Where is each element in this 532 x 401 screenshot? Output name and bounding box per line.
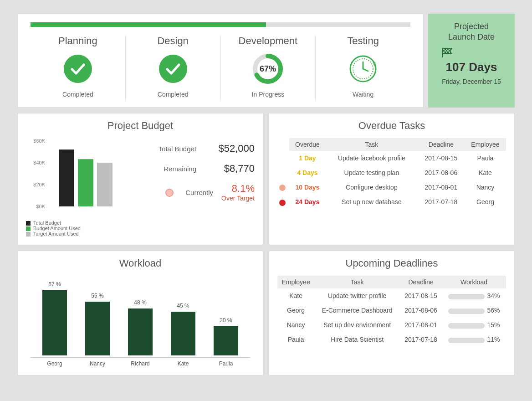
- total-budget-value: $52,000: [205, 143, 255, 154]
- employee: Nancy: [465, 180, 506, 195]
- budget-title: Project Budget: [26, 120, 255, 132]
- phase-status: Completed: [130, 91, 216, 98]
- deadline: 2017-08-06: [418, 165, 465, 180]
- employee: Georg: [277, 303, 314, 318]
- table-row[interactable]: 24 Days Set up new database 2017-07-18 G…: [277, 195, 506, 209]
- phases-card: Planning Completed Design Completed Deve…: [17, 14, 424, 108]
- table-header: Employee: [465, 138, 506, 151]
- task-name: Update facebook profile: [326, 151, 418, 165]
- table-row[interactable]: Nancy Set up dev environment 2017-08-01 …: [277, 318, 506, 332]
- svg-rect-18: [449, 51, 450, 53]
- phase-title: Testing: [320, 35, 406, 47]
- phase-status: Completed: [35, 91, 121, 98]
- legend-item: Budget Amount Used: [26, 226, 126, 231]
- launch-title-l2: Launch Date: [448, 32, 495, 41]
- overdue-days: 1 Day: [289, 151, 326, 165]
- employee: Paula: [277, 332, 314, 347]
- svg-point-1: [159, 55, 187, 83]
- svg-rect-25: [97, 163, 113, 206]
- workload-category: Nancy: [82, 360, 113, 367]
- upcoming-title: Upcoming Deadlines: [277, 257, 506, 269]
- launch-date: Friday, December 15: [433, 78, 510, 85]
- task-name: Update testing plan: [326, 165, 418, 180]
- table-header: Task: [314, 276, 400, 288]
- overdue-table: OverdueTaskDeadlineEmployee 1 Day Update…: [277, 138, 506, 210]
- phase-status-icon: [320, 52, 406, 85]
- launch-days: 107 Days: [433, 60, 510, 74]
- budget-chart: $0K$20K$40K$60K Total BudgetBudget Amoun…: [26, 138, 126, 236]
- workload-cell: 11%: [442, 332, 506, 347]
- remaining-value: $8,770: [205, 163, 255, 175]
- workload-value: 45 %: [168, 303, 198, 309]
- svg-rect-15: [447, 50, 449, 51]
- table-row[interactable]: Georg E-Commerce Dashboard 2017-08-06 56…: [277, 303, 506, 318]
- legend-item: Total Budget: [26, 220, 126, 226]
- task-name: Hire Data Scientist: [314, 332, 400, 347]
- table-row[interactable]: 1 Day Update facebook profile 2017-08-15…: [277, 151, 506, 165]
- workload-cell: 56%: [442, 303, 506, 318]
- svg-text:$60K: $60K: [33, 138, 45, 144]
- deadline: 2017-08-15: [400, 288, 442, 303]
- phase-status-icon: [35, 52, 121, 85]
- svg-rect-13: [449, 49, 450, 50]
- phase-status-icon: [130, 52, 216, 85]
- workload-bar: 30 %: [211, 317, 241, 355]
- budget-panel: Project Budget $0K$20K$40K$60K Total Bud…: [17, 113, 263, 245]
- employee: Nancy: [277, 318, 314, 332]
- workload-cell: 34%: [442, 288, 506, 303]
- over-target-indicator-icon: [165, 188, 177, 197]
- workload-bar: 67 %: [40, 281, 70, 356]
- phase-status-icon: 67%: [225, 52, 311, 85]
- task-name: Update twitter profile: [314, 288, 400, 303]
- overdue-panel: Overdue Tasks OverdueTaskDeadlineEmploye…: [269, 113, 515, 245]
- phase-status: In Progress: [225, 91, 311, 98]
- overdue-days: 10 Days: [289, 180, 326, 195]
- table-header: Task: [326, 138, 418, 151]
- phase-status: Waiting: [320, 91, 406, 98]
- table-row[interactable]: Kate Update twitter profile 2017-08-15 3…: [277, 288, 506, 303]
- table-header: Overdue: [289, 138, 326, 151]
- svg-rect-12: [446, 49, 447, 50]
- table-row[interactable]: 4 Days Update testing plan 2017-08-06 Ka…: [277, 165, 506, 180]
- remaining-label: Remaining: [164, 165, 196, 173]
- table-row[interactable]: 10 Days Configure desktop 2017-08-01 Nan…: [277, 180, 506, 195]
- workload-category: Kate: [168, 360, 198, 367]
- task-name: E-Commerce Dashboard: [314, 303, 400, 318]
- employee: Kate: [277, 288, 314, 303]
- table-row[interactable]: Paula Hire Data Scientist 2017-07-18 11%: [277, 332, 506, 347]
- overdue-days: 24 Days: [289, 195, 326, 209]
- svg-rect-11: [443, 49, 445, 50]
- overdue-title: Overdue Tasks: [277, 120, 506, 132]
- table-header: Deadline: [418, 138, 465, 151]
- phase-planning: Planning Completed: [31, 35, 126, 101]
- workload-category: Paula: [211, 360, 241, 367]
- launch-card: Projected Launch Date 107 Days Friday, D…: [428, 14, 515, 108]
- phase-testing: Testing Waiting: [316, 35, 410, 101]
- currently-label: Currently: [185, 189, 213, 196]
- task-name: Set up dev environment: [314, 318, 400, 332]
- svg-line-8: [363, 69, 368, 71]
- flag-icon: [433, 47, 510, 59]
- workload-value: 48 %: [125, 299, 155, 306]
- over-target-text: Over Target: [221, 195, 255, 202]
- workload-chart: 67 % 55 % 48 % 45 % 30 %: [31, 276, 250, 358]
- workload-title: Workload: [26, 257, 255, 269]
- svg-text:67%: 67%: [260, 64, 276, 73]
- workload-bar: 45 %: [168, 303, 198, 355]
- phase-title: Development: [225, 35, 311, 47]
- table-header: Deadline: [400, 276, 442, 288]
- task-name: Configure desktop: [326, 180, 418, 195]
- deadline: 2017-08-01: [400, 318, 442, 332]
- phase-development: Development 67% In Progress: [221, 35, 316, 101]
- deadline: 2017-08-06: [400, 303, 442, 318]
- svg-text:$40K: $40K: [33, 160, 45, 165]
- deadline: 2017-07-18: [400, 332, 442, 347]
- over-target-pct: 8.1%: [232, 183, 255, 194]
- launch-title-l1: Projected: [454, 22, 489, 31]
- workload-value: 67 %: [40, 281, 70, 288]
- workload-category: Richard: [125, 360, 155, 367]
- svg-rect-16: [443, 51, 445, 53]
- svg-point-0: [64, 55, 92, 83]
- workload-cell: 15%: [442, 318, 506, 332]
- total-budget-label: Total Budget: [159, 145, 196, 153]
